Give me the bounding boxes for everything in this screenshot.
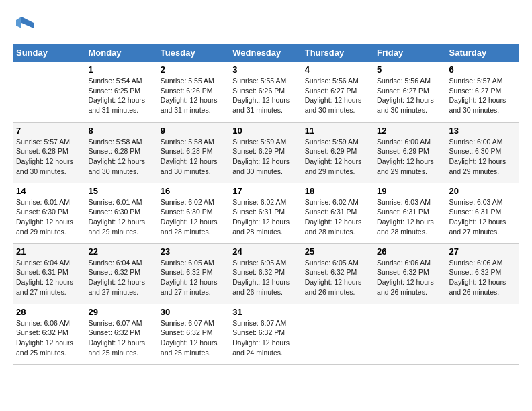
- calendar-week-row: 21Sunrise: 6:04 AM Sunset: 6:31 PM Dayli…: [13, 243, 519, 304]
- svg-marker-1: [16, 17, 21, 28]
- day-number: 4: [305, 64, 371, 75]
- calendar-cell: 3Sunrise: 5:55 AM Sunset: 6:26 PM Daylig…: [230, 62, 302, 122]
- day-number: 6: [449, 64, 516, 75]
- calendar-cell: 8Sunrise: 5:58 AM Sunset: 6:28 PM Daylig…: [85, 122, 157, 183]
- calendar-cell: 9Sunrise: 5:58 AM Sunset: 6:28 PM Daylig…: [158, 122, 230, 183]
- logo-text: [13, 13, 35, 37]
- calendar-body: 1Sunrise: 5:54 AM Sunset: 6:25 PM Daylig…: [13, 62, 519, 364]
- calendar-cell: [374, 304, 446, 364]
- day-content: Sunrise: 6:05 AM Sunset: 6:32 PM Dayligh…: [161, 258, 227, 298]
- day-number: 10: [232, 126, 299, 136]
- calendar-cell: 24Sunrise: 6:05 AM Sunset: 6:32 PM Dayli…: [230, 243, 302, 304]
- day-content: Sunrise: 6:01 AM Sunset: 6:30 PM Dayligh…: [88, 197, 154, 237]
- calendar-cell: 12Sunrise: 6:00 AM Sunset: 6:29 PM Dayli…: [374, 122, 446, 183]
- calendar-cell: [302, 304, 374, 364]
- calendar-header: SundayMondayTuesdayWednesdayThursdayFrid…: [13, 44, 519, 62]
- day-content: Sunrise: 5:58 AM Sunset: 6:28 PM Dayligh…: [88, 137, 154, 177]
- page-header: [13, 13, 519, 37]
- day-content: Sunrise: 5:57 AM Sunset: 6:28 PM Dayligh…: [16, 137, 83, 177]
- day-number: 28: [16, 307, 83, 317]
- day-number: 22: [88, 246, 154, 257]
- day-content: Sunrise: 5:57 AM Sunset: 6:27 PM Dayligh…: [449, 76, 516, 116]
- day-content: Sunrise: 5:58 AM Sunset: 6:28 PM Dayligh…: [161, 137, 227, 177]
- calendar-cell: 23Sunrise: 6:05 AM Sunset: 6:32 PM Dayli…: [158, 243, 230, 304]
- day-content: Sunrise: 5:59 AM Sunset: 6:29 PM Dayligh…: [232, 137, 299, 177]
- calendar-cell: 15Sunrise: 6:01 AM Sunset: 6:30 PM Dayli…: [85, 183, 157, 243]
- calendar-cell: 27Sunrise: 6:06 AM Sunset: 6:32 PM Dayli…: [447, 243, 519, 304]
- day-content: Sunrise: 5:56 AM Sunset: 6:27 PM Dayligh…: [377, 76, 443, 116]
- calendar-cell: 11Sunrise: 5:59 AM Sunset: 6:29 PM Dayli…: [302, 122, 374, 183]
- day-number: 25: [305, 246, 371, 257]
- day-number: 26: [377, 246, 443, 257]
- day-content: Sunrise: 5:55 AM Sunset: 6:26 PM Dayligh…: [161, 76, 227, 116]
- day-number: 2: [161, 64, 227, 75]
- day-content: Sunrise: 5:56 AM Sunset: 6:27 PM Dayligh…: [305, 76, 371, 116]
- calendar-cell: 28Sunrise: 6:06 AM Sunset: 6:32 PM Dayli…: [13, 304, 85, 364]
- calendar-cell: 13Sunrise: 6:00 AM Sunset: 6:30 PM Dayli…: [447, 122, 519, 183]
- day-content: Sunrise: 6:06 AM Sunset: 6:32 PM Dayligh…: [16, 318, 83, 358]
- day-content: Sunrise: 6:03 AM Sunset: 6:31 PM Dayligh…: [449, 197, 516, 237]
- day-content: Sunrise: 6:06 AM Sunset: 6:32 PM Dayligh…: [377, 258, 443, 298]
- logo-icon: [15, 13, 35, 34]
- day-content: Sunrise: 6:02 AM Sunset: 6:31 PM Dayligh…: [305, 197, 371, 237]
- day-number: 1: [88, 64, 154, 75]
- calendar-cell: 25Sunrise: 6:05 AM Sunset: 6:32 PM Dayli…: [302, 243, 374, 304]
- calendar-cell: 7Sunrise: 5:57 AM Sunset: 6:28 PM Daylig…: [13, 122, 85, 183]
- day-number: 14: [16, 186, 83, 196]
- day-number: 5: [377, 64, 443, 75]
- day-number: 18: [305, 186, 371, 196]
- day-content: Sunrise: 6:04 AM Sunset: 6:32 PM Dayligh…: [88, 258, 154, 298]
- calendar-cell: 31Sunrise: 6:07 AM Sunset: 6:32 PM Dayli…: [230, 304, 302, 364]
- day-number: 29: [88, 307, 154, 317]
- weekday-header-sunday: Sunday: [13, 44, 85, 62]
- weekday-header-friday: Friday: [374, 44, 446, 62]
- calendar-cell: [13, 62, 85, 122]
- weekday-header-monday: Monday: [85, 44, 157, 62]
- calendar-cell: 5Sunrise: 5:56 AM Sunset: 6:27 PM Daylig…: [374, 62, 446, 122]
- day-number: 24: [232, 246, 299, 257]
- day-content: Sunrise: 6:04 AM Sunset: 6:31 PM Dayligh…: [16, 258, 83, 298]
- day-number: 30: [161, 307, 227, 317]
- calendar-cell: 17Sunrise: 6:02 AM Sunset: 6:31 PM Dayli…: [230, 183, 302, 243]
- weekday-header-row: SundayMondayTuesdayWednesdayThursdayFrid…: [13, 44, 519, 62]
- weekday-header-thursday: Thursday: [302, 44, 374, 62]
- calendar-cell: 4Sunrise: 5:56 AM Sunset: 6:27 PM Daylig…: [302, 62, 374, 122]
- day-number: 9: [161, 126, 227, 136]
- day-content: Sunrise: 5:59 AM Sunset: 6:29 PM Dayligh…: [305, 137, 371, 177]
- day-content: Sunrise: 5:54 AM Sunset: 6:25 PM Dayligh…: [88, 76, 154, 116]
- logo: [13, 13, 35, 37]
- day-number: 31: [232, 307, 299, 317]
- calendar-week-row: 14Sunrise: 6:01 AM Sunset: 6:30 PM Dayli…: [13, 183, 519, 243]
- day-number: 21: [16, 246, 83, 257]
- day-content: Sunrise: 6:00 AM Sunset: 6:29 PM Dayligh…: [377, 137, 443, 177]
- calendar-cell: 29Sunrise: 6:07 AM Sunset: 6:32 PM Dayli…: [85, 304, 157, 364]
- calendar-cell: 18Sunrise: 6:02 AM Sunset: 6:31 PM Dayli…: [302, 183, 374, 243]
- calendar-cell: 14Sunrise: 6:01 AM Sunset: 6:30 PM Dayli…: [13, 183, 85, 243]
- calendar-cell: 1Sunrise: 5:54 AM Sunset: 6:25 PM Daylig…: [85, 62, 157, 122]
- day-number: 13: [449, 126, 516, 136]
- day-content: Sunrise: 6:01 AM Sunset: 6:30 PM Dayligh…: [16, 197, 83, 237]
- calendar-week-row: 7Sunrise: 5:57 AM Sunset: 6:28 PM Daylig…: [13, 122, 519, 183]
- day-content: Sunrise: 6:07 AM Sunset: 6:32 PM Dayligh…: [88, 318, 154, 358]
- day-content: Sunrise: 6:07 AM Sunset: 6:32 PM Dayligh…: [161, 318, 227, 358]
- calendar-cell: 19Sunrise: 6:03 AM Sunset: 6:31 PM Dayli…: [374, 183, 446, 243]
- day-number: 3: [232, 64, 299, 75]
- weekday-header-saturday: Saturday: [447, 44, 519, 62]
- calendar-cell: [447, 304, 519, 364]
- calendar-cell: 20Sunrise: 6:03 AM Sunset: 6:31 PM Dayli…: [447, 183, 519, 243]
- calendar-cell: 16Sunrise: 6:02 AM Sunset: 6:30 PM Dayli…: [158, 183, 230, 243]
- day-number: 17: [232, 186, 299, 196]
- calendar-cell: 22Sunrise: 6:04 AM Sunset: 6:32 PM Dayli…: [85, 243, 157, 304]
- day-content: Sunrise: 6:00 AM Sunset: 6:30 PM Dayligh…: [449, 137, 516, 177]
- day-number: 7: [16, 126, 83, 136]
- day-number: 11: [305, 126, 371, 136]
- calendar-week-row: 28Sunrise: 6:06 AM Sunset: 6:32 PM Dayli…: [13, 304, 519, 364]
- weekday-header-wednesday: Wednesday: [230, 44, 302, 62]
- day-number: 15: [88, 186, 154, 196]
- calendar-table: SundayMondayTuesdayWednesdayThursdayFrid…: [13, 44, 519, 365]
- day-content: Sunrise: 6:02 AM Sunset: 6:31 PM Dayligh…: [232, 197, 299, 237]
- day-number: 27: [449, 246, 516, 257]
- day-number: 23: [161, 246, 227, 257]
- day-content: Sunrise: 6:06 AM Sunset: 6:32 PM Dayligh…: [449, 258, 516, 298]
- weekday-header-tuesday: Tuesday: [158, 44, 230, 62]
